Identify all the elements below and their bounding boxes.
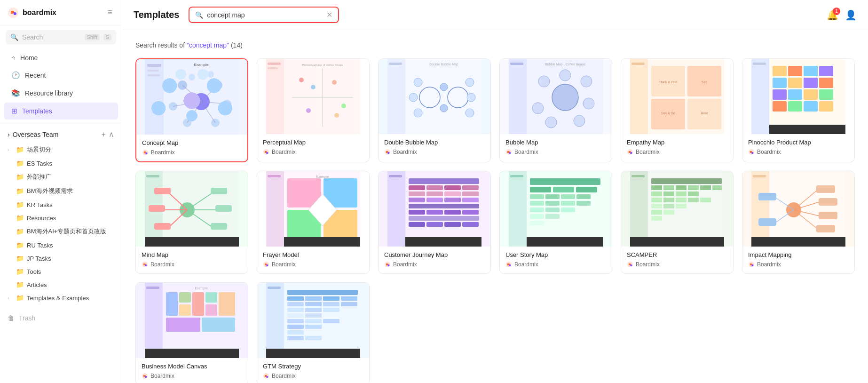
svg-rect-141 <box>462 198 479 202</box>
card-info-pinocchio: Pinocchio Product Map Boardmix <box>742 134 854 161</box>
tree-item-bm海外ai[interactable]: 📁 BM海外AI+专题页和首页改版 <box>0 224 122 239</box>
svg-rect-154 <box>389 175 402 177</box>
template-card-double-bubble-map[interactable]: Double Bubble Map <box>378 58 491 162</box>
svg-rect-252 <box>305 308 322 312</box>
search-icon: 🔍 <box>10 33 18 41</box>
svg-rect-94 <box>819 101 833 112</box>
team-add-button[interactable]: + <box>102 130 106 139</box>
nav-item-resource-library[interactable]: 📚 Resource library <box>4 85 118 102</box>
team-collapse-button[interactable]: ∧ <box>109 130 114 139</box>
svg-line-18 <box>173 102 201 106</box>
tree-item-es-tasks[interactable]: 📁 ES Tasks <box>0 157 122 170</box>
card-title-impact-mapping: Impact Mapping <box>748 251 849 258</box>
tree-item-bm海外视频需求[interactable]: 📁 BM海外视频需求 <box>0 184 122 198</box>
topbar: Templates 🔍 ✕ 🔔 1 👤 <box>122 0 868 30</box>
template-card-bubble-map[interactable]: Bubble Map - Coffee Beans Bubbl <box>499 58 612 162</box>
template-card-pinocchio[interactable]: Pinocchio Product Map Boardmix <box>742 58 855 162</box>
svg-rect-139 <box>426 198 443 202</box>
gtm-svg <box>257 283 369 358</box>
templates-icon: ⊞ <box>11 107 17 115</box>
svg-rect-198 <box>651 204 662 208</box>
svg-point-12 <box>183 119 191 127</box>
search-bar[interactable]: 🔍 Search Shift S <box>6 30 116 44</box>
svg-rect-126 <box>268 175 281 177</box>
svg-rect-67 <box>630 59 648 134</box>
tree-item-tools[interactable]: 📁 Tools <box>0 265 122 278</box>
svg-rect-190 <box>663 192 674 196</box>
svg-text:Example: Example <box>195 287 207 290</box>
svg-rect-196 <box>688 198 699 202</box>
boardmix-author-icon <box>142 149 149 156</box>
svg-rect-250 <box>341 302 357 306</box>
author-label: Boardmix <box>514 149 538 155</box>
team-expand-icon[interactable]: › <box>8 131 10 138</box>
template-card-user-story-map[interactable]: User Story Map Boardmix <box>499 171 612 274</box>
tree-item-templates-examples[interactable]: › 📁 Templates & Examples <box>0 291 122 304</box>
tree-item-外部推广[interactable]: 📁 外部推广 <box>0 170 122 184</box>
template-card-impact-mapping[interactable]: Impact Mapping Boardmix <box>742 171 855 274</box>
template-card-scamper[interactable]: SCAMPER Boardmix <box>621 171 734 274</box>
svg-point-11 <box>223 100 231 108</box>
double-bubble-svg: Double Bubble Map <box>379 59 490 134</box>
svg-rect-135 <box>426 192 443 196</box>
svg-rect-164 <box>576 194 591 199</box>
tree-item-ru-tasks[interactable]: 📁 RU Tasks <box>0 239 122 252</box>
tree-item-resources[interactable]: 📁 Resources <box>0 211 122 224</box>
svg-point-33 <box>306 108 311 113</box>
svg-point-15 <box>207 71 214 78</box>
template-card-mind-map[interactable]: Mind Map Boardmix <box>135 171 248 274</box>
svg-rect-231 <box>205 292 217 303</box>
svg-rect-226 <box>146 287 159 289</box>
svg-rect-133 <box>462 185 479 190</box>
svg-line-16 <box>182 85 201 102</box>
svg-point-46 <box>466 78 474 87</box>
trash-item[interactable]: 🗑 Trash <box>0 310 122 326</box>
template-card-business-model[interactable]: Example Business Model Canvas Boardmix <box>135 282 248 383</box>
boardmix-icon <box>263 149 269 155</box>
nav-item-home[interactable]: ⌂ Home <box>4 49 118 66</box>
nav-item-templates[interactable]: ⊞ Templates <box>4 103 118 120</box>
user-avatar-button[interactable]: 👤 <box>845 9 857 21</box>
card-preview-frayer: Example <box>257 171 369 247</box>
search-clear-button[interactable]: ✕ <box>326 10 332 19</box>
tree-item-场景切分[interactable]: › 📁 场景切分 <box>0 143 122 157</box>
svg-rect-166 <box>545 201 560 206</box>
template-card-perceptual-map[interactable]: Perceptual Map of Coffee Shops Perceptua… <box>257 58 370 162</box>
svg-rect-225 <box>145 283 163 358</box>
template-search-input[interactable] <box>207 11 323 19</box>
template-card-customer-journey[interactable]: Customer Journey Map Boardmix <box>378 171 491 274</box>
card-info-empathy-map: Empathy Map Boardmix <box>621 134 733 161</box>
tree-item-kr-tasks[interactable]: 📁 KR Tasks <box>0 198 122 211</box>
svg-point-50 <box>440 83 448 91</box>
content-area: Search results of "concept map" (14) <box>122 30 868 383</box>
boardmix-icon <box>748 149 755 155</box>
tree-item-jp-tasks[interactable]: 📁 JP Tasks <box>0 252 122 265</box>
template-card-concept-map[interactable]: Example <box>135 58 248 162</box>
svg-rect-262 <box>287 336 304 340</box>
svg-point-59 <box>560 70 571 81</box>
concept-map-preview-svg: Example <box>136 59 247 135</box>
template-card-empathy-map[interactable]: Think & Feel See Say & Do Hear Empathy M… <box>621 58 734 162</box>
svg-rect-187 <box>700 185 711 190</box>
svg-rect-145 <box>444 210 461 215</box>
card-title-business-model: Business Model Canvas <box>142 363 242 370</box>
template-card-gtm-strategy[interactable]: GTM Strategy Boardmix <box>257 282 370 383</box>
customer-journey-svg <box>379 171 490 247</box>
svg-rect-247 <box>287 302 304 306</box>
sidebar-collapse-button[interactable]: ≡ <box>105 6 114 19</box>
tree-item-articles[interactable]: 📁 Articles <box>0 278 122 291</box>
card-info-bubble-map: Bubble Map Boardmix <box>500 134 612 161</box>
svg-rect-244 <box>305 296 322 301</box>
svg-rect-183 <box>651 185 662 190</box>
notification-button[interactable]: 🔔 1 <box>827 9 838 21</box>
author-label: Boardmix <box>272 149 296 155</box>
svg-rect-55 <box>510 63 523 65</box>
svg-rect-177 <box>510 175 523 177</box>
svg-rect-232 <box>205 304 217 316</box>
template-card-frayer-model[interactable]: Example Frayer Model Boardmix <box>257 171 370 274</box>
card-title-scamper: SCAMPER <box>627 251 727 258</box>
card-preview-double-bubble: Double Bubble Map <box>379 59 490 134</box>
card-info-user-story: User Story Map Boardmix <box>500 247 612 273</box>
nav-item-recent[interactable]: 🕐 Recent <box>4 67 118 84</box>
svg-rect-4 <box>147 70 159 72</box>
